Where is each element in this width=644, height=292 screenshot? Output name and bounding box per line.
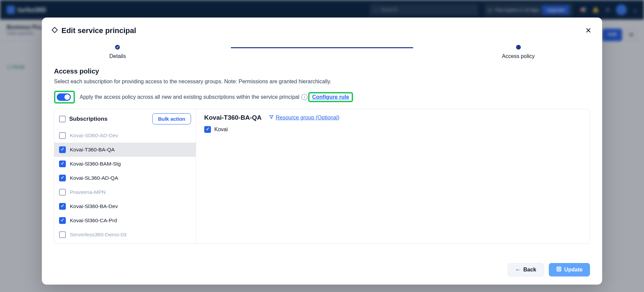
subscription-checkbox[interactable]: [59, 175, 66, 181]
subscription-checkbox[interactable]: [59, 203, 66, 210]
step-details[interactable]: Details: [109, 44, 126, 59]
subscription-item[interactable]: Kovai-Sl360-BAM-Stg: [54, 157, 196, 171]
step-label-access: Access policy: [502, 53, 535, 59]
subscription-detail-pane: Kovai-T360-BA-QA Resource group (Optiona…: [196, 109, 590, 243]
select-all-checkbox[interactable]: [59, 116, 66, 122]
subscriptions-list[interactable]: Kovai-Sl360-AD-DevKovai-T360-BA-QAKovai-…: [54, 128, 196, 243]
subscription-item[interactable]: Kovai-Sl360-CA-Prd: [54, 213, 196, 228]
apply-policy-toggle[interactable]: [57, 93, 71, 101]
step-dot-done-icon: [114, 44, 121, 51]
resource-group-checkbox[interactable]: [204, 126, 211, 133]
bulk-action-button[interactable]: Bulk action: [152, 113, 191, 124]
subscriptions-list-pane: Subscriptions Bulk action Kovai-Sl360-AD…: [54, 109, 196, 243]
detail-title: Kovai-T360-BA-QA: [204, 114, 262, 121]
step-dot-current-icon: [515, 44, 522, 51]
stepper-line: [231, 47, 413, 48]
subscription-checkbox[interactable]: [59, 160, 66, 167]
step-access-policy[interactable]: Access policy: [502, 44, 535, 59]
filter-icon: [269, 115, 274, 121]
subscriptions-panel: Subscriptions Bulk action Kovai-Sl360-AD…: [54, 109, 590, 244]
subscription-name: Kovai-T360-BA-QA: [70, 147, 115, 153]
subscription-item[interactable]: Serverless360-Demo-03: [54, 228, 196, 242]
subscription-item[interactable]: Praveena-MPN: [54, 185, 196, 199]
close-button[interactable]: ✕: [584, 25, 593, 36]
subscription-checkbox[interactable]: [59, 189, 66, 196]
subscription-checkbox[interactable]: [59, 231, 66, 238]
subscription-name: Praveena-MPN: [70, 189, 106, 195]
subscription-name: Kovai-Sl360-BAM-Stg: [70, 161, 121, 167]
save-icon: [556, 266, 562, 273]
edit-service-principal-modal: Edit service principal ✕ Details Access …: [42, 18, 602, 285]
info-icon[interactable]: i: [301, 94, 307, 100]
subscription-checkbox[interactable]: [59, 217, 66, 224]
modal-title: Edit service principal: [61, 26, 136, 35]
subscriptions-label: Subscriptions: [69, 116, 107, 122]
toggle-row: Apply the access policy across all new a…: [54, 91, 590, 104]
resource-group-link[interactable]: Resource group (Optional): [269, 115, 340, 121]
subscription-name: Kovai-SL360-AD-QA: [70, 175, 118, 181]
toggle-label: Apply the access policy across all new a…: [80, 92, 353, 102]
toggle-highlight: [54, 91, 75, 104]
subscription-name: Kovai-Sl360-BA-Dev: [70, 203, 118, 209]
subscription-item[interactable]: Kovai-SL360-AD-QA: [54, 171, 196, 185]
section-title: Access policy: [54, 67, 590, 75]
detail-items: Kovai: [204, 126, 582, 133]
update-button[interactable]: Update: [549, 263, 590, 276]
subscription-name: Serverless360-Demo-03: [70, 232, 127, 238]
modal-body: Access policy Select each subscription f…: [42, 67, 602, 257]
subscription-name: Kovai-Sl360-AD-Dev: [70, 133, 118, 139]
subscription-checkbox[interactable]: [59, 132, 66, 139]
update-label: Update: [564, 267, 583, 273]
toggle-text: Apply the access policy across all new a…: [80, 94, 299, 100]
resource-group-item[interactable]: Kovai: [204, 126, 582, 133]
stepper: Details Access policy: [42, 42, 602, 67]
resource-group-text: Resource group (Optional): [276, 115, 340, 121]
configure-highlight: Configure rule: [308, 92, 353, 102]
modal-footer: ← Back Update: [42, 257, 602, 285]
modal-header: Edit service principal ✕: [42, 18, 602, 42]
back-label: Back: [524, 267, 536, 273]
subscription-name: Kovai-Sl360-CA-Prd: [70, 217, 117, 224]
svg-rect-0: [557, 267, 561, 271]
subscription-item[interactable]: Kovai-Sl360-AD-Dev: [54, 128, 196, 143]
subscription-item[interactable]: Kovai-T360-BA-QA: [54, 143, 196, 157]
detail-header: Kovai-T360-BA-QA Resource group (Optiona…: [204, 114, 582, 121]
back-button[interactable]: ← Back: [508, 263, 544, 276]
section-description: Select each subscription for providing a…: [54, 79, 590, 85]
diamond-icon: [51, 27, 58, 35]
arrow-left-icon: ←: [515, 267, 521, 273]
step-label-details: Details: [109, 53, 126, 59]
subscription-checkbox[interactable]: [59, 146, 66, 153]
configure-rule-link[interactable]: Configure rule: [312, 94, 349, 100]
subscription-item[interactable]: Kovai-Sl360-BA-Dev: [54, 199, 196, 213]
subscriptions-header: Subscriptions Bulk action: [54, 109, 196, 128]
resource-group-name: Kovai: [214, 126, 228, 133]
